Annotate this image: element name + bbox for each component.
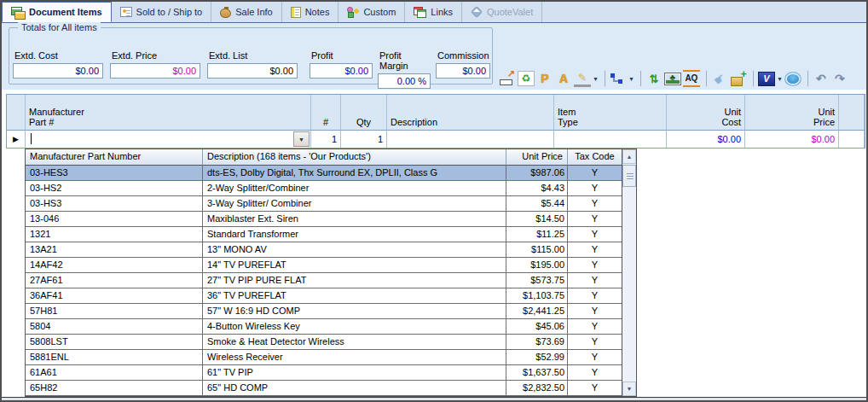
lookup-rows: 03-HES3 dts-ES, Dolby Digital, Thx Surro…: [26, 166, 622, 396]
extd-list-label: Extd. List: [209, 50, 298, 61]
totals-group: Totals for All items Extd. Cost $0.00 Ex…: [9, 27, 493, 84]
line-items-grid: ManufacturerPart # # Qty Description Ite…: [6, 94, 865, 149]
aq-etilize-icon[interactable]: AQ ▼: [683, 70, 700, 87]
lookup-col-tax-code[interactable]: Tax Code: [568, 149, 622, 166]
field-extd-list: Extd. List $0.00: [207, 50, 298, 79]
dropdown-caret-icon[interactable]: ▼: [593, 76, 599, 82]
lookup-row[interactable]: 57H81 57" W 16:9 HD COMP $2,441.25 Y: [26, 304, 622, 319]
product-lookup-dropdown: Manufacturer Part Number Description (16…: [25, 149, 637, 397]
lookup-scrollbar[interactable]: ▲ ▼: [622, 149, 636, 396]
tab-sold-to-ship-to[interactable]: Sold to / Ship to: [112, 2, 212, 22]
grab-item-icon[interactable]: ☛ ▼: [711, 70, 728, 87]
quotevalet-menu-icon[interactable]: V ▼: [758, 72, 783, 86]
lookup-row[interactable]: 36AF41 36" TV PUREFLAT $1,103.75 Y: [26, 288, 622, 304]
unit-price-cell[interactable]: $0.00: [745, 131, 839, 148]
field-profit: Profit $0.00: [310, 50, 373, 79]
font-format-icon[interactable]: A ▼: [555, 70, 572, 87]
profit-value: $0.00: [310, 63, 373, 79]
extd-price-label: Extd. Price: [112, 50, 200, 61]
col-header-qty: Qty: [341, 95, 387, 131]
field-commission: Commission $0.00: [436, 50, 490, 79]
col-header-manufacturer-part: ManufacturerPart #: [26, 95, 311, 131]
maximize-row-height-icon[interactable]: ▼: [499, 70, 516, 87]
lookup-row[interactable]: 03-HS2 2-Way Splitter/Combiner $4.43 Y: [26, 181, 622, 196]
lookup-row[interactable]: 5881ENL Wireless Receiver $52.99 Y: [26, 350, 622, 365]
part-number-cell[interactable]: ▼: [26, 131, 311, 148]
picture-icon[interactable]: ♣ ▼: [664, 73, 681, 85]
col-header-line-number: #: [311, 95, 341, 131]
field-profit-margin: Profit Margin 0.00 %: [378, 50, 431, 89]
text-caret: [31, 133, 32, 144]
toolbar: ▼ ♻ ▼ P ▼ A ▼ ✎ ▼ ▼: [499, 69, 848, 88]
commission-label: Commission: [437, 50, 490, 61]
lookup-row[interactable]: 1321 Standard Transformer $11.25 Y: [26, 227, 622, 242]
quote-window: Document Items Sold to / Ship to Sale In…: [0, 0, 868, 402]
refresh-prices-icon[interactable]: ⇅ ▼: [645, 70, 663, 87]
lookup-row[interactable]: 65H82 65" HD COMP $2,832.50 Y: [26, 381, 622, 396]
lookup-col-part-number[interactable]: Manufacturer Part Number: [26, 149, 203, 166]
notepad-icon: [291, 7, 301, 18]
link-items-icon[interactable]: ▼: [610, 73, 634, 85]
lookup-row[interactable]: 5804 4-Button Wireless Key $45.06 Y: [26, 319, 622, 335]
toolbar-separator: ▼: [702, 71, 707, 86]
line-number-cell[interactable]: 1: [311, 131, 341, 148]
unit-cost-cell[interactable]: $0.00: [667, 131, 745, 148]
quotevalet-shield-icon: [471, 6, 483, 18]
description-cell[interactable]: [387, 131, 554, 148]
lookup-row[interactable]: 03-HES3 dts-ES, Dolby Digital, Thx Surro…: [26, 166, 622, 181]
qty-cell[interactable]: 1: [341, 131, 387, 148]
tab-bar: Document Items Sold to / Ship to Sale In…: [2, 2, 866, 23]
lookup-row[interactable]: 13A21 13" MONO AV $115.00 Y: [26, 242, 622, 258]
toolbar-separator: ▼: [636, 71, 641, 86]
tab-sale-info[interactable]: Sale Info: [211, 2, 281, 22]
extd-price-value: $0.00: [110, 63, 200, 79]
combo-dropdown-button[interactable]: ▼: [293, 131, 310, 147]
paragraph-format-icon[interactable]: P ▼: [536, 70, 553, 87]
lookup-row[interactable]: 61A61 61" TV PIP $1,637.50 Y: [26, 365, 622, 381]
col-header-row-selector: [7, 95, 26, 131]
tab-quotevalet[interactable]: QuoteValet: [462, 2, 542, 22]
col-header-unit-price: UnitPrice: [745, 95, 839, 131]
col-header-item-type: ItemType: [554, 95, 667, 131]
lookup-row[interactable]: 13-046 Maxiblaster Ext. Siren $14.50 Y: [26, 212, 622, 227]
totals-group-title: Totals for All items: [18, 22, 101, 32]
extd-cost-value: $0.00: [13, 63, 103, 79]
add-package-icon[interactable]: ▼: [730, 70, 747, 87]
part-number-combo[interactable]: ▼: [29, 132, 307, 146]
lookup-col-unit-price[interactable]: Unit Price: [506, 149, 568, 166]
toolbar-separator: ▼: [749, 71, 754, 86]
quotevalet-status-icon[interactable]: ▼: [784, 72, 801, 86]
scroll-down-icon[interactable]: ▼: [622, 382, 636, 396]
dropdown-caret-icon[interactable]: ▼: [628, 76, 634, 82]
extd-cost-label: Extd. Cost: [14, 50, 103, 61]
field-extd-price: Extd. Price $0.00: [110, 50, 200, 79]
tab-links[interactable]: Links: [405, 2, 462, 22]
filler-cell: [839, 131, 865, 148]
profit-label: Profit: [311, 50, 373, 61]
field-extd-cost: Extd. Cost $0.00: [13, 50, 103, 79]
lookup-col-description[interactable]: Description (168 items - 'Our Products'): [203, 149, 506, 166]
col-header-description: Description: [387, 95, 554, 131]
item-type-cell[interactable]: [554, 131, 667, 148]
toolbar-separator: ▼: [600, 71, 605, 86]
lookup-row[interactable]: 27AF61 27" TV PIP PURE FLAT $573.75 Y: [26, 273, 622, 288]
restore-row-height-icon[interactable]: ♻ ▼: [518, 71, 535, 86]
col-header-filler: [839, 95, 865, 131]
scroll-up-icon[interactable]: ▲: [622, 149, 636, 164]
custom-fields-icon: [347, 7, 359, 18]
extd-list-value: $0.00: [207, 63, 298, 79]
redo-icon[interactable]: ↷ ▼: [831, 70, 848, 87]
lookup-row[interactable]: 14AF42 14" TV PUREFLAT $195.00 Y: [26, 258, 622, 273]
lookup-row[interactable]: 03-HS3 3-Way Splitter/ Combiner $5.44 Y: [26, 196, 622, 212]
window-bottom-strip: [2, 397, 866, 400]
lookup-row[interactable]: 5808LST Smoke & Heat Detector Wireless $…: [26, 335, 622, 350]
dropdown-caret-icon[interactable]: ▼: [777, 76, 783, 82]
profit-margin-label: Profit Margin: [379, 50, 431, 71]
undo-icon[interactable]: ↶ ▼: [813, 70, 830, 87]
scrollbar-thumb[interactable]: [622, 165, 636, 187]
tab-custom[interactable]: Custom: [339, 2, 405, 22]
profit-margin-value: 0.00 %: [378, 73, 431, 89]
tab-notes[interactable]: Notes: [282, 2, 339, 22]
highlighter-icon[interactable]: ✎ ▼: [574, 70, 599, 87]
tab-document-items[interactable]: Document Items: [2, 2, 112, 22]
